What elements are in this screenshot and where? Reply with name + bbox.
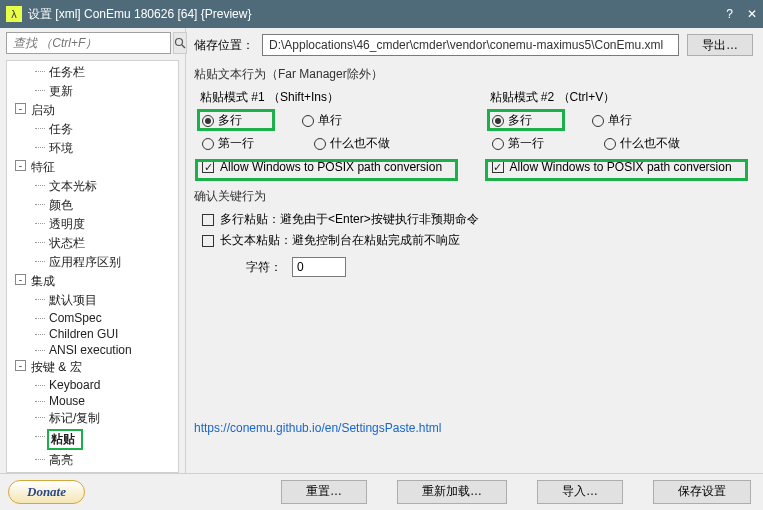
settings-tree[interactable]: 任务栏更新-启动任务环境-特征文本光标颜色透明度状态栏应用程序区别-集成默认项目…: [6, 60, 179, 473]
mode1-posix-checkbox[interactable]: Allow Windows to POSIX path conversion: [202, 160, 466, 174]
search-icon: [174, 37, 186, 49]
main-panel: 储存位置： 导出… 粘贴文本行为（Far Manager除外） 粘贴模式 #1 …: [186, 28, 763, 473]
svg-point-0: [176, 39, 183, 46]
tree-item-label: 颜色: [49, 198, 73, 212]
tree-item[interactable]: 环境: [7, 139, 178, 158]
tree-expander[interactable]: -: [15, 472, 26, 473]
tree-item[interactable]: Children GUI: [7, 326, 178, 342]
tree-item[interactable]: 颜色: [7, 196, 178, 215]
tree-item-label: 任务栏: [49, 65, 85, 79]
mode2-multi-radio[interactable]: 多行: [492, 112, 532, 129]
save-button[interactable]: 保存设置: [653, 480, 751, 504]
donate-button[interactable]: Donate: [8, 480, 85, 504]
storage-path-input[interactable]: [262, 34, 679, 56]
svg-line-1: [182, 45, 185, 48]
tree-item-label: 粘贴: [47, 429, 83, 450]
import-button[interactable]: 导入…: [537, 480, 623, 504]
tree-item[interactable]: ComSpec: [7, 310, 178, 326]
tree-expander[interactable]: -: [15, 160, 26, 171]
tree-item-label: 状态栏: [49, 236, 85, 250]
tree-expander[interactable]: -: [15, 360, 26, 371]
tree-expander[interactable]: -: [15, 274, 26, 285]
tree-item[interactable]: Keyboard: [7, 377, 178, 393]
mode2-first-radio[interactable]: 第一行: [492, 135, 544, 152]
tree-item-label: 按键 & 宏: [31, 360, 82, 374]
tree-item[interactable]: 任务: [7, 120, 178, 139]
tree-item[interactable]: 状态栏: [7, 234, 178, 253]
paste-group-title: 粘贴文本行为（Far Manager除外）: [194, 66, 755, 83]
confirm-multi-checkbox[interactable]: 多行粘贴：避免由于<Enter>按键执行非预期命令: [202, 211, 755, 228]
search-button[interactable]: [173, 32, 187, 54]
tree-item[interactable]: 高亮: [7, 451, 178, 470]
reset-button[interactable]: 重置…: [281, 480, 367, 504]
mode1-first-radio[interactable]: 第一行: [202, 135, 254, 152]
tree-item[interactable]: Mouse: [7, 393, 178, 409]
window-title: 设置 [xml] ConEmu 180626 [64] {Preview}: [28, 6, 251, 23]
tree-item[interactable]: 默认项目: [7, 291, 178, 310]
tree-item[interactable]: 透明度: [7, 215, 178, 234]
close-button[interactable]: ✕: [747, 7, 757, 21]
tree-item-label: ComSpec: [49, 311, 102, 325]
chars-label: 字符：: [246, 259, 282, 276]
search-input[interactable]: [6, 32, 171, 54]
tree-item-label: 透明度: [49, 217, 85, 231]
mode2-single-radio[interactable]: 单行: [592, 112, 632, 129]
footer: Donate 重置… 重新加载… 导入… 保存设置: [0, 473, 763, 509]
tree-item-label: 启动: [31, 103, 55, 117]
tree-item-label: 默认项目: [49, 293, 97, 307]
tree-item[interactable]: -特征: [7, 158, 178, 177]
tree-item-label: Children GUI: [49, 327, 118, 341]
tree-item-label: 高亮: [49, 453, 73, 467]
tree-item[interactable]: 文本光标: [7, 177, 178, 196]
tree-item[interactable]: ANSI execution: [7, 342, 178, 358]
tree-item-label: 应用程序区别: [49, 255, 121, 269]
tree-item[interactable]: -Far Manager: [7, 470, 178, 473]
tree-item[interactable]: -按键 & 宏: [7, 358, 178, 377]
reload-button[interactable]: 重新加载…: [397, 480, 507, 504]
tree-item-label: ANSI execution: [49, 343, 132, 357]
app-icon: λ: [6, 6, 22, 22]
tree-item-label: Keyboard: [49, 378, 100, 392]
tree-item-label: 特征: [31, 160, 55, 174]
titlebar: λ 设置 [xml] ConEmu 180626 [64] {Preview} …: [0, 0, 763, 28]
paste-mode-1: 粘贴模式 #1 （Shift+Ins） 多行 单行 第一行 什么也不做 Allo…: [192, 89, 466, 174]
mode2-title: 粘贴模式 #2 （Ctrl+V）: [490, 89, 756, 106]
sidebar: 任务栏更新-启动任务环境-特征文本光标颜色透明度状态栏应用程序区别-集成默认项目…: [0, 28, 186, 473]
mode1-nothing-radio[interactable]: 什么也不做: [314, 135, 390, 152]
confirm-group: 确认关键行为 多行粘贴：避免由于<Enter>按键执行非预期命令 长文本粘贴：避…: [192, 188, 755, 277]
tree-item-label: 标记/复制: [49, 411, 100, 425]
storage-label: 储存位置：: [194, 37, 254, 54]
confirm-title: 确认关键行为: [194, 188, 755, 205]
tree-item[interactable]: 任务栏: [7, 63, 178, 82]
help-button[interactable]: ?: [726, 7, 733, 21]
tree-item-label: 更新: [49, 84, 73, 98]
tree-item-label: 集成: [31, 274, 55, 288]
tree-item[interactable]: 粘贴: [7, 428, 178, 451]
tree-item[interactable]: -启动: [7, 101, 178, 120]
tree-expander[interactable]: -: [15, 103, 26, 114]
tree-item-label: Mouse: [49, 394, 85, 408]
tree-item-label: 环境: [49, 141, 73, 155]
mode1-title: 粘贴模式 #1 （Shift+Ins）: [200, 89, 466, 106]
tree-item[interactable]: 更新: [7, 82, 178, 101]
tree-item[interactable]: 应用程序区别: [7, 253, 178, 272]
help-link[interactable]: https://conemu.github.io/en/SettingsPast…: [194, 421, 441, 435]
tree-item-label: Far Manager: [31, 471, 100, 473]
tree-item[interactable]: -集成: [7, 272, 178, 291]
paste-mode-2: 粘贴模式 #2 （Ctrl+V） 多行 单行 第一行 什么也不做 Allow W…: [482, 89, 756, 174]
chars-input[interactable]: [292, 257, 346, 277]
tree-item-label: 任务: [49, 122, 73, 136]
tree-item-label: 文本光标: [49, 179, 97, 193]
mode2-posix-checkbox[interactable]: Allow Windows to POSIX path conversion: [492, 160, 756, 174]
mode1-multi-radio[interactable]: 多行: [202, 112, 242, 129]
tree-item[interactable]: 标记/复制: [7, 409, 178, 428]
mode1-single-radio[interactable]: 单行: [302, 112, 342, 129]
confirm-long-checkbox[interactable]: 长文本粘贴：避免控制台在粘贴完成前不响应: [202, 232, 755, 249]
export-button[interactable]: 导出…: [687, 34, 753, 56]
mode2-nothing-radio[interactable]: 什么也不做: [604, 135, 680, 152]
